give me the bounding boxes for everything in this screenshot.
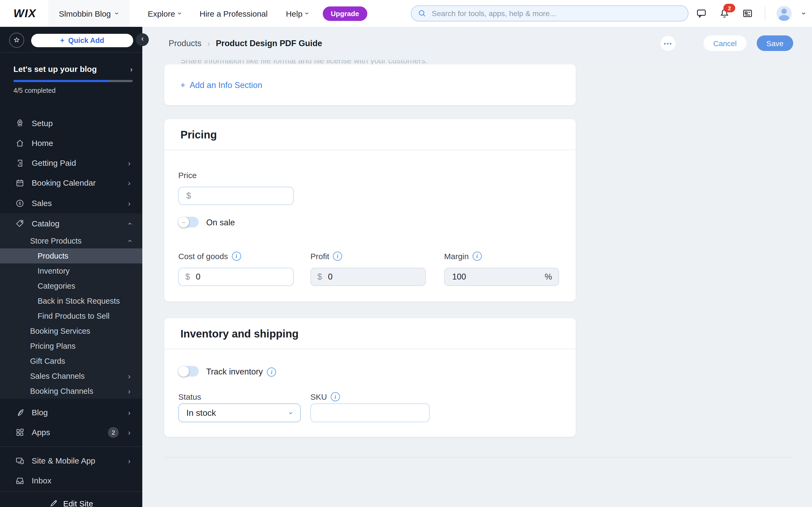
chevron-right-icon: › — [130, 65, 133, 73]
search-icon — [418, 9, 426, 18]
margin-input — [451, 272, 540, 282]
sidebar-item-sales-channels[interactable]: Sales Channels › — [0, 369, 142, 384]
site-selector[interactable]: Slmobbin Blog › — [48, 0, 130, 27]
sidebar-item-site-mobile-app[interactable]: Site & Mobile App › — [0, 451, 142, 470]
info-icon[interactable]: i — [333, 251, 342, 261]
sidebar-collapse-button[interactable]: › — [136, 33, 149, 46]
feather-icon — [15, 407, 25, 417]
sku-label: SKU i — [310, 392, 340, 401]
site-mobile-icon — [15, 456, 25, 465]
sidebar-item-inbox[interactable]: Inbox — [0, 470, 142, 490]
edit-site-button[interactable]: Edit Site — [0, 496, 142, 507]
wix-logo: WIX — [13, 7, 36, 20]
account-menu[interactable] — [777, 6, 792, 21]
track-inventory-label: Track inventory i — [206, 367, 276, 377]
sidebar-item-apps[interactable]: Apps 2 › — [0, 422, 142, 442]
breadcrumb: Products › Product Design PDF Guide — [169, 27, 322, 60]
divider — [765, 6, 766, 20]
inventory-title: Inventory and shipping — [181, 328, 299, 340]
setup-progress-fill — [13, 80, 109, 82]
chevron-up-icon: › — [125, 239, 133, 242]
more-actions-button[interactable]: ••• — [661, 36, 675, 51]
nav-help[interactable]: Help › — [286, 9, 309, 18]
chevron-down-icon: › — [114, 12, 121, 14]
chevron-down-icon: › — [176, 12, 184, 14]
status-value: In stock — [186, 408, 216, 418]
quick-add-button[interactable]: + Quick Add — [31, 34, 133, 47]
sidebar-item-gift-cards[interactable]: Gift Cards — [0, 353, 142, 369]
sidebar-item-sales[interactable]: $ Sales › — [0, 193, 142, 213]
currency-prefix: $ — [185, 272, 190, 282]
nav-explore[interactable]: Explore › — [148, 9, 181, 18]
notifications-button[interactable]: 2 — [719, 7, 731, 19]
sidebar-item-pricing-plans[interactable]: Pricing Plans — [0, 339, 142, 353]
sidebar-item-getting-paid[interactable]: $ Getting Paid › — [0, 153, 142, 173]
chevron-right-icon: › — [128, 408, 131, 416]
chevron-right-icon: › — [128, 387, 131, 395]
rocket-icon — [15, 118, 25, 128]
chat-icon — [696, 7, 708, 19]
chevron-right-icon: › — [128, 199, 131, 207]
on-sale-toggle[interactable]: – — [178, 217, 199, 227]
info-icon[interactable]: i — [267, 367, 276, 376]
info-icon[interactable]: i — [472, 251, 482, 261]
sku-input[interactable] — [317, 407, 423, 418]
sidebar-item-back-in-stock-requests[interactable]: Back in Stock Requests — [0, 293, 142, 308]
setup-progress-bar — [13, 80, 133, 82]
sidebar-item-products[interactable]: Products — [0, 248, 142, 264]
cancel-button[interactable]: Cancel — [704, 36, 747, 51]
chevron-down-icon: › — [288, 411, 295, 414]
favorites-button[interactable] — [9, 33, 24, 48]
chevron-right-icon: › — [128, 428, 131, 437]
info-sections-card: + Add an Info Section — [164, 64, 576, 105]
pencil-icon — [49, 499, 58, 507]
chat-button[interactable] — [696, 7, 708, 19]
setup-checklist[interactable]: Let's set up your blog › — [13, 64, 133, 73]
sidebar: + Quick Add Let's set up your blog › 4/5… — [0, 27, 142, 507]
sidebar-item-booking-channels[interactable]: Booking Channels › — [0, 384, 142, 399]
divider — [164, 457, 792, 458]
news-button[interactable] — [742, 7, 754, 19]
quick-add-row: + Quick Add — [0, 32, 142, 48]
status-dropdown[interactable]: In stock › — [178, 403, 301, 422]
top-bar-icons: 2 › — [696, 0, 806, 27]
top-bar: WIX Slmobbin Blog › Explore › Hire a Pro… — [0, 0, 812, 27]
sidebar-item-setup[interactable]: Setup — [0, 113, 142, 133]
site-name: Slmobbin Blog — [59, 9, 111, 18]
search-input[interactable] — [431, 9, 681, 18]
profit-label: Profit i — [310, 251, 342, 261]
top-nav: Explore › Hire a Professional Help › — [148, 9, 309, 18]
chevron-left-icon: › — [141, 36, 143, 44]
divider — [0, 492, 142, 492]
news-icon — [742, 7, 754, 19]
price-input[interactable] — [185, 190, 287, 201]
sku-field-wrap — [310, 403, 429, 422]
chevron-down-icon[interactable]: › — [801, 12, 808, 14]
global-search[interactable] — [411, 5, 689, 21]
sidebar-item-blog[interactable]: Blog › — [0, 402, 142, 422]
sidebar-item-find-products-to-sell[interactable]: Find Products to Sell — [0, 308, 142, 324]
sidebar-item-home[interactable]: Home — [0, 133, 142, 153]
inventory-shipping-card: Inventory and shipping Track inventory i… — [164, 318, 576, 437]
add-info-section-link[interactable]: + Add an Info Section — [181, 80, 262, 90]
margin-label: Margin i — [444, 251, 482, 261]
sidebar-item-booking-services[interactable]: Booking Services — [0, 324, 142, 339]
sidebar-item-inventory[interactable]: Inventory — [0, 264, 142, 278]
chevron-right-icon: › — [207, 40, 210, 47]
info-icon[interactable]: i — [232, 251, 241, 261]
svg-text:$: $ — [19, 161, 21, 165]
inbox-icon — [15, 475, 25, 485]
home-icon — [15, 138, 25, 148]
info-icon[interactable]: i — [331, 392, 340, 401]
sidebar-item-catalog[interactable]: Catalog › — [0, 214, 142, 233]
sidebar-item-store-products[interactable]: Store Products › — [0, 233, 142, 248]
upgrade-button[interactable]: Upgrade — [323, 6, 367, 21]
save-button[interactable]: Save — [757, 36, 793, 51]
nav-hire-a-professional[interactable]: Hire a Professional — [200, 9, 267, 18]
sidebar-item-booking-calendar[interactable]: Booking Calendar › — [0, 173, 142, 192]
apps-count-badge: 2 — [108, 427, 119, 438]
sidebar-item-categories[interactable]: Categories — [0, 278, 142, 293]
breadcrumb-products-link[interactable]: Products — [169, 39, 201, 48]
cost-of-goods-input[interactable] — [195, 272, 287, 282]
track-inventory-toggle[interactable] — [178, 366, 199, 377]
